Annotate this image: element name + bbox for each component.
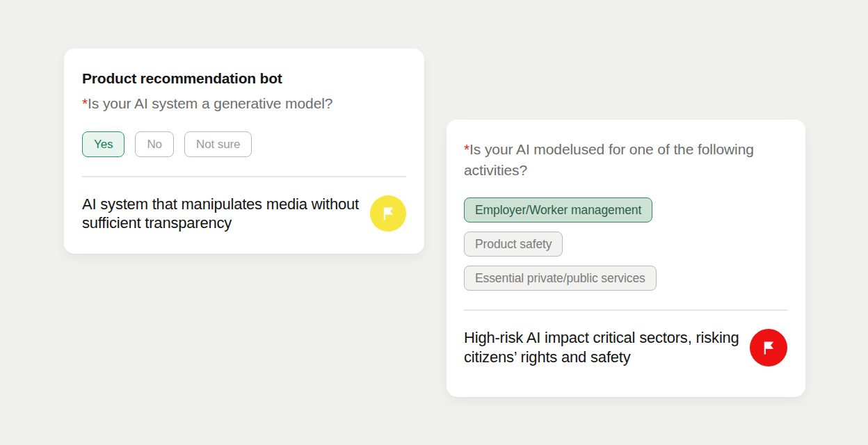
question-text: Is your AI system a generative model? (88, 95, 332, 111)
result-text: High-risk AI impact critical sectors, ri… (464, 328, 750, 367)
yellow-flag-badge (370, 195, 406, 232)
question-activities: *Is your AI modelused for one of the fol… (464, 139, 787, 181)
option-button-not-sure[interactable]: Not sure (184, 131, 252, 157)
option-button-product-safety[interactable]: Product safety (464, 232, 563, 257)
required-asterisk: * (464, 141, 469, 157)
result-row: High-risk AI impact critical sectors, ri… (464, 328, 787, 367)
result-text: AI system that manipulates media without… (82, 195, 370, 232)
product-bot-card: Product recommendation bot *Is your AI s… (64, 49, 424, 254)
option-button-essential-services[interactable]: Essential private/public services (464, 266, 657, 291)
question-text: Is your AI modelused for one of the foll… (464, 141, 754, 178)
option-button-no[interactable]: No (135, 131, 174, 157)
card-title: Product recommendation bot (82, 70, 406, 88)
answer-options: Yes No Not sure (82, 131, 406, 157)
flag-icon (760, 339, 778, 357)
red-flag-badge (750, 329, 787, 366)
page-background: { "colors": { "page-bg": "#f0f0ee", "car… (0, 0, 868, 445)
required-asterisk: * (82, 95, 88, 111)
question-generative-model: *Is your AI system a generative model? (82, 93, 406, 114)
activity-options: Employer/Worker management Product safet… (464, 197, 787, 291)
option-button-employer-worker-management[interactable]: Employer/Worker management (464, 197, 652, 222)
flag-icon (379, 204, 398, 223)
option-button-yes[interactable]: Yes (82, 131, 124, 157)
activities-card: *Is your AI modelused for one of the fol… (447, 120, 805, 397)
result-row: AI system that manipulates media without… (82, 195, 406, 232)
divider (464, 309, 787, 311)
divider (82, 176, 406, 177)
